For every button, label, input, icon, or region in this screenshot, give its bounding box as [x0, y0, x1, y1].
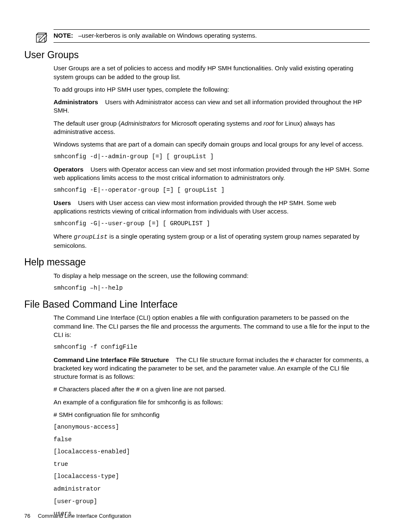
- cfg-line: [anonymous-access]: [54, 423, 370, 432]
- cfg-line: true: [54, 460, 370, 469]
- cfg-line: [localaccess-type]: [54, 473, 370, 481]
- para: User Groups are a set of policies to acc…: [54, 64, 370, 81]
- runin-users: Users: [54, 199, 71, 206]
- para-operators: Operators Users with Operator access can…: [54, 165, 370, 182]
- text: Users with Operator access can view and …: [54, 166, 369, 181]
- code-user-group: smhconfig -G|--user-group [=] [ GROUPLIS…: [54, 220, 370, 228]
- cfg-line: administrator: [54, 485, 370, 493]
- para: To display a help message on the screen,…: [54, 272, 370, 280]
- heading-file-cli: File Based Command Line Interface: [24, 298, 370, 311]
- page-footer: 76Command Line Interface Configuration: [24, 512, 131, 520]
- note-body: –user-kerberos is only available on Wind…: [78, 32, 257, 39]
- section-file-cli: The Command Line Interface (CLI) option …: [54, 314, 370, 518]
- para-where: Where groupList is a single operating sy…: [54, 232, 370, 250]
- note-box: NOTE: –user-kerberos is only available o…: [54, 29, 370, 43]
- cfg-line: false: [54, 436, 370, 444]
- para: # SMH configruation file for smhconfig: [54, 411, 370, 419]
- code-grouplist: groupList: [74, 234, 107, 241]
- note-pencil-icon: [36, 32, 49, 43]
- para-cli-structure: Command Line Interface File Structure Th…: [54, 356, 370, 381]
- note-text: NOTE: –user-kerberos is only available o…: [54, 31, 370, 40]
- text: Users with Administrator access can view…: [54, 98, 362, 114]
- para: An example of a configuration file for s…: [54, 398, 370, 406]
- note-label: NOTE:: [54, 32, 73, 39]
- para-default-group: The default user group (Administrators f…: [54, 119, 370, 136]
- runin-administrators: Administrators: [54, 98, 98, 105]
- para: # Characters placed after the # on a giv…: [54, 385, 370, 393]
- page-number: 76: [24, 513, 30, 519]
- cfg-line: [user-group]: [54, 498, 370, 506]
- code-help: smhconfig –h|--help: [54, 284, 370, 293]
- code-operator-group: smhconfig -E|--operator-group [=] [ grou…: [54, 186, 370, 195]
- page: NOTE: –user-kerberos is only available o…: [0, 0, 399, 532]
- para-users: Users Users with User access can view mo…: [54, 199, 370, 216]
- heading-user-groups: User Groups: [24, 49, 370, 62]
- em-administrators: Administrators: [120, 120, 161, 127]
- code-configfile: smhconfig -f configFile: [54, 343, 370, 352]
- para-administrators: Administrators Users with Administrator …: [54, 98, 370, 115]
- text: for Microsoft operating systems and: [161, 120, 263, 127]
- section-help-message: To display a help message on the screen,…: [54, 272, 370, 293]
- footer-title: Command Line Interface Configuration: [38, 513, 131, 519]
- para: The Command Line Interface (CLI) option …: [54, 314, 370, 339]
- em-root: root: [263, 120, 274, 127]
- runin-cli-structure: Command Line Interface File Structure: [54, 356, 169, 363]
- para: Windows systems that are part of a domai…: [54, 140, 370, 149]
- runin-operators: Operators: [54, 166, 84, 173]
- section-user-groups: User Groups are a set of policies to acc…: [54, 64, 370, 250]
- text: Where: [54, 233, 74, 240]
- para: To add groups into HP SMH user types, co…: [54, 85, 370, 94]
- code-admin-group: smhconfig -d|--admin-group [=] [ groupLi…: [54, 153, 370, 161]
- text: The default user group (: [54, 120, 120, 127]
- heading-help-message: Help message: [24, 256, 370, 269]
- text: Users with User access can view most inf…: [54, 199, 336, 215]
- cfg-line: [localaccess-enabled]: [54, 448, 370, 456]
